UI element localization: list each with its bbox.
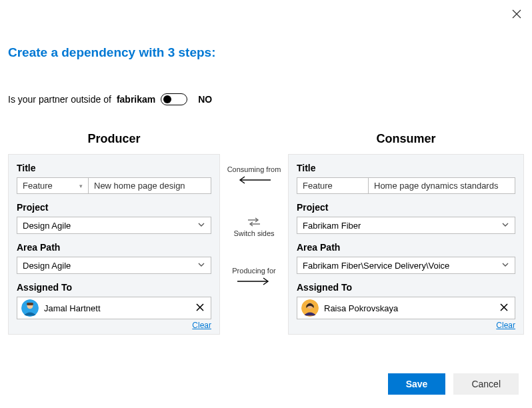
producer-type-select[interactable]: Feature ▾	[17, 177, 89, 194]
consumer-type-value: Feature	[303, 181, 333, 191]
avatar-icon	[21, 299, 39, 317]
consumer-area-value: Fabrikam Fiber\Service Delivery\Voice	[303, 261, 449, 271]
producer-assigned-remove[interactable]	[193, 302, 207, 314]
chevron-down-icon	[501, 220, 509, 231]
switch-sides-label: Switch sides	[233, 229, 274, 237]
consumer-panel: Title Feature Home page dynamics standar…	[288, 154, 524, 335]
producer-assigned-name: Jamal Hartnett	[44, 303, 193, 313]
consumer-project-label: Project	[297, 202, 515, 213]
consumer-title-label: Title	[297, 163, 515, 173]
consumer-assigned-input[interactable]: Raisa Pokrovskaya	[297, 297, 515, 319]
consuming-from-label: Consuming from	[227, 165, 281, 173]
footer: Save Cancel	[388, 373, 519, 395]
producer-area-select[interactable]: Design Agile	[17, 257, 211, 274]
partner-toggle-state: NO	[198, 94, 212, 105]
chevron-down-icon	[197, 220, 205, 231]
chevron-down-icon	[501, 260, 509, 271]
consumer-project-value: Fabrikam Fiber	[303, 221, 361, 231]
middle-column: Consuming from Switch sides Producing fo…	[220, 132, 288, 287]
producer-panel: Title Feature ▾ New home page design Pro…	[8, 154, 220, 335]
consumer-assigned-label: Assigned To	[297, 282, 515, 293]
cancel-button[interactable]: Cancel	[453, 373, 519, 395]
producer-project-value: Design Agile	[23, 221, 71, 231]
switch-sides-icon[interactable]	[247, 216, 261, 228]
consumer-title-input[interactable]: Home page dynamics standards	[369, 177, 515, 194]
producer-area-label: Area Path	[17, 242, 211, 253]
producer-title-input[interactable]: New home page design	[89, 177, 211, 194]
dialog-title: Create a dependency with 3 steps:	[8, 45, 216, 60]
consumer-assigned-remove[interactable]	[497, 302, 511, 314]
consumer-heading: Consumer	[288, 132, 524, 146]
producer-project-select[interactable]: Design Agile	[17, 217, 211, 234]
consumer-assigned-name: Raisa Pokrovskaya	[324, 303, 497, 313]
close-icon[interactable]	[512, 9, 521, 21]
avatar-icon	[301, 299, 319, 317]
producer-title-label: Title	[17, 163, 211, 173]
consumer-clear-link[interactable]: Clear	[496, 321, 515, 330]
consumer-area-label: Area Path	[297, 242, 515, 253]
producer-clear-link[interactable]: Clear	[192, 321, 211, 330]
producer-project-label: Project	[17, 202, 211, 213]
arrow-left-icon	[234, 175, 274, 185]
svg-rect-4	[27, 303, 33, 305]
partner-toggle-row: Is your partner outside of fabrikam NO	[8, 93, 212, 105]
producing-for-label: Producing for	[232, 267, 275, 275]
producer-area-value: Design Agile	[23, 261, 71, 271]
arrow-right-icon	[234, 276, 274, 287]
partner-question-org: fabrikam	[117, 94, 155, 105]
chevron-down-icon	[197, 260, 205, 271]
producer-assigned-input[interactable]: Jamal Hartnett	[17, 297, 211, 319]
consumer-area-select[interactable]: Fabrikam Fiber\Service Delivery\Voice	[297, 257, 515, 274]
partner-question-prefix: Is your partner outside of	[8, 94, 111, 105]
producer-type-value: Feature	[23, 181, 53, 191]
consumer-type-select[interactable]: Feature	[297, 177, 369, 194]
partner-toggle[interactable]	[161, 93, 187, 105]
producer-heading: Producer	[8, 132, 220, 146]
chevron-down-icon: ▾	[79, 183, 83, 189]
consumer-project-select[interactable]: Fabrikam Fiber	[297, 217, 515, 234]
save-button[interactable]: Save	[388, 373, 446, 395]
producer-assigned-label: Assigned To	[17, 282, 211, 293]
